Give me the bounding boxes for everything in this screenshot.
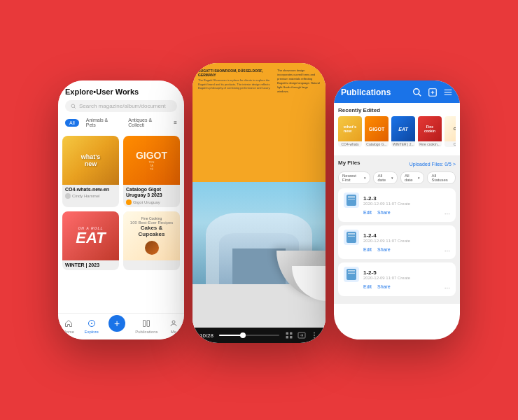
add-button[interactable]: +	[108, 315, 125, 332]
svg-point-12	[314, 332, 315, 334]
file-edit-btn-3[interactable]: Edit	[363, 284, 372, 292]
magazine-grid: what'snew CO4-whats-new-en Cindy Hammel …	[62, 136, 180, 270]
file-more-btn-2[interactable]: ···	[444, 247, 450, 255]
file-item-1: 1-2-3 2020-12-09 11:07 Create Edit Share…	[338, 188, 456, 222]
svg-point-15	[414, 89, 419, 94]
my-files-label: My Files	[338, 160, 360, 166]
author-avatar-2	[126, 200, 132, 205]
nav-publications-label: Publications	[135, 330, 158, 334]
file-item-1-top: 1-2-3 2020-12-09 11:07 Create	[344, 192, 450, 208]
file-doc-icon-3	[346, 269, 356, 280]
file-item-3-top: 1-2-5 2020-12-09 11:07 Create	[344, 267, 450, 282]
cakes-main-text: Cakes &Cupcakes	[139, 225, 165, 238]
cat-tab-animals[interactable]: Animals & Pets	[82, 116, 121, 129]
progress-bar[interactable]	[219, 335, 279, 336]
page-body-text: The Bugatti Showroom is a place for clie…	[198, 78, 273, 90]
magazine-cover-2: GIGOT TENTATÉ	[123, 136, 180, 185]
file-name-3: 1-2-5	[363, 270, 450, 276]
author-avatar-1	[65, 193, 71, 199]
file-edit-btn-1[interactable]: Edit	[363, 210, 372, 218]
menu-header-icon[interactable]	[443, 88, 453, 97]
right-phone-header: Publications	[334, 80, 460, 103]
file-icon-3	[344, 267, 359, 282]
file-icon-2	[344, 230, 359, 245]
svg-point-14	[314, 337, 315, 339]
recent-thumb-cover-1: what'snew	[338, 116, 362, 141]
recent-thumb-cover-2: GIGOT	[365, 116, 388, 141]
filter-date2[interactable]: All date ▾	[400, 172, 425, 184]
page-number: 10/28	[200, 332, 214, 339]
upload-header-icon[interactable]	[428, 88, 438, 97]
right-phone: Publications	[334, 80, 460, 340]
magazine-card-1[interactable]: what'snew CO4-whats-new-en Cindy Hammel	[62, 136, 119, 207]
left-header-title: Explore•User Works	[65, 88, 177, 96]
file-date-2: 2020-12-09 11:07 Create	[363, 239, 450, 243]
magazine-card-3[interactable]: ON A ROLL EAT WINTER | 2023	[62, 211, 119, 270]
filter-status[interactable]: All Statuses	[427, 172, 456, 184]
cat-tab-all[interactable]: All	[65, 119, 79, 127]
file-share-btn-1[interactable]: Share	[377, 210, 391, 218]
magazine-author-2: Gigot Uruguay	[126, 200, 177, 205]
explore-icon	[86, 318, 97, 329]
file-actions-2: Edit Share ···	[344, 247, 450, 255]
file-details-3: 1-2-5 2020-12-09 11:07 Create	[363, 270, 450, 280]
search-header-icon[interactable]	[412, 88, 422, 97]
nav-home[interactable]: Home	[63, 318, 74, 334]
file-actions-3: Edit Share ···	[344, 284, 450, 292]
file-actions-1: Edit Share ···	[344, 210, 450, 218]
svg-rect-9	[286, 336, 289, 339]
file-details-2: 1-2-4 2020-12-09 11:07 Create	[363, 232, 450, 243]
uploaded-files-label[interactable]: Uploaded Files: 0/5 >	[410, 162, 456, 167]
share-icon[interactable]	[298, 331, 306, 340]
search-bar[interactable]: Search magazine/album/document	[65, 100, 177, 112]
more-options-icon[interactable]	[310, 331, 318, 340]
magazine-title-3: WINTER | 2023	[65, 262, 116, 268]
nav-add[interactable]: +	[108, 318, 125, 334]
right-header-icons	[412, 88, 453, 97]
nav-me[interactable]: Me	[168, 318, 179, 334]
svg-point-3	[91, 323, 92, 324]
magazine-card-4[interactable]: Fine Cooking 100 Best-Ever Recipes Cakes…	[123, 211, 180, 270]
search-icon	[71, 104, 76, 109]
page-location-title: BUGATTI SHOWROOM, DÜSSELDORF, GERMANY	[198, 69, 273, 77]
magazine-cover-4: Fine Cooking 100 Best-Ever Recipes Cakes…	[123, 211, 180, 260]
svg-rect-4	[144, 321, 146, 327]
center-phone: BUGATTI SHOWROOM, DÜSSELDORF, GERMANY Th…	[192, 63, 326, 343]
magazine-info-2: Catalogo Gigot Uruguay 3 2023 Gigot Urug…	[123, 185, 180, 207]
recently-edited-list: what'snew CO4-whats GIGOT Catalogo G... …	[338, 116, 456, 147]
recent-item-4[interactable]: Finecookin Fine cookin...	[418, 116, 442, 147]
magazine-cover-1: what'snew	[62, 136, 119, 185]
magazine-info-1: CO4-whats-new-en Cindy Hammel	[62, 185, 119, 201]
file-doc-icon-2	[346, 232, 356, 243]
svg-rect-10	[290, 336, 293, 339]
page-curl	[276, 251, 326, 300]
recent-item-1[interactable]: what'snew CO4-whats	[338, 116, 362, 147]
magazine-card-2[interactable]: GIGOT TENTATÉ Catalogo Gigot Uruguay 3 2…	[123, 136, 180, 207]
file-share-btn-3[interactable]: Share	[377, 284, 391, 292]
page-top-section: BUGATTI SHOWROOM, DÜSSELDORF, GERMANY Th…	[192, 63, 326, 182]
page-background: BUGATTI SHOWROOM, DÜSSELDORF, GERMANY Th…	[192, 63, 326, 328]
file-more-btn-1[interactable]: ···	[444, 210, 450, 218]
file-date-1: 2020-12-09 11:07 Create	[363, 202, 450, 206]
me-icon	[168, 318, 179, 329]
recent-item-2[interactable]: GIGOT Catalogo G...	[365, 116, 388, 147]
filter-date[interactable]: All date ▾	[373, 172, 398, 184]
recent-item-3[interactable]: EAT WINTER | 2...	[391, 116, 415, 147]
grid-view-icon[interactable]	[285, 331, 293, 340]
nav-publications[interactable]: Publications	[135, 318, 158, 334]
right-header-title: Publications	[341, 88, 391, 97]
magazine-info-3: WINTER | 2023	[62, 260, 119, 270]
svg-point-0	[71, 104, 75, 108]
cat-tab-antiques[interactable]: Antiques & Collecti	[124, 116, 171, 129]
file-more-btn-3[interactable]: ···	[444, 284, 450, 292]
recent-item-5[interactable]: C... C...	[444, 116, 456, 147]
filter-row: Newest First ▾ All date ▾ All date ▾ All…	[338, 172, 456, 184]
filter-newest[interactable]: Newest First ▾	[338, 172, 370, 184]
nav-explore[interactable]: Explore	[84, 318, 98, 334]
file-share-btn-2[interactable]: Share	[377, 247, 391, 255]
nav-me-label: Me	[171, 330, 176, 334]
page-viewer[interactable]: BUGATTI SHOWROOM, DÜSSELDORF, GERMANY Th…	[192, 63, 326, 328]
file-edit-btn-2[interactable]: Edit	[363, 247, 372, 255]
cat-more-icon[interactable]: ≡	[174, 120, 177, 126]
publications-icon	[141, 318, 152, 329]
